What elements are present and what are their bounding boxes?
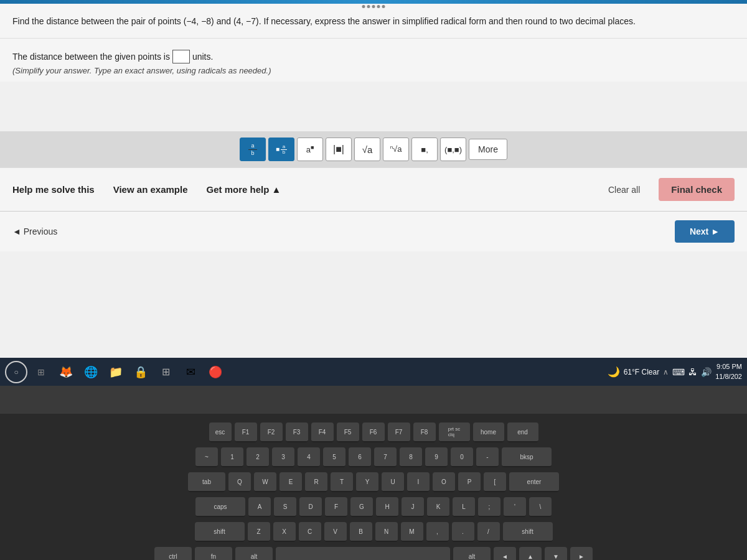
key-6: 6 xyxy=(349,447,371,467)
apps-icon: ⊞ xyxy=(162,366,170,378)
comma-icon: ■, xyxy=(421,145,428,154)
chrome-icon: 🔴 xyxy=(209,365,222,379)
keyboard-area: esc F1 F2 F3 F4 F5 F6 F7 F8 prt scclq ho… xyxy=(0,414,747,560)
taskbar-edge-icon[interactable]: 🌐 xyxy=(80,361,102,383)
key-f6: F6 xyxy=(362,422,385,442)
key-caps: caps xyxy=(195,497,245,517)
taskbar-lock-icon[interactable]: 🔒 xyxy=(129,361,152,383)
taskbar-mail-icon[interactable]: ✉ xyxy=(179,361,202,383)
keyboard-row-6: ctrl fn alt alt ◄ ▲ ▼ ► xyxy=(0,544,747,560)
taskbar-right: 🌙 61°F Clear ∧ ⌨ 🖧 🔊 9:05 PM 11/8/202 xyxy=(608,362,742,381)
key-v: V xyxy=(324,522,347,542)
key-l: L xyxy=(453,497,475,517)
search-icon: ⊞ xyxy=(37,367,45,377)
dot-4 xyxy=(377,5,380,8)
key-u: U xyxy=(382,472,404,492)
key-e: E xyxy=(280,472,302,492)
taskbar-search-icon[interactable]: ⊞ xyxy=(30,361,52,383)
more-btn[interactable]: More xyxy=(469,139,507,160)
time-info: 9:05 PM 11/8/202 xyxy=(715,362,742,381)
key-space xyxy=(276,547,450,560)
key-9: 9 xyxy=(425,447,448,467)
key-7: 7 xyxy=(374,447,397,467)
nth-root-icon: n√a xyxy=(390,144,402,154)
dots-area xyxy=(362,5,385,8)
taskbar-firefox-icon[interactable]: 🦊 xyxy=(55,361,77,383)
interval-btn[interactable]: (■,■) xyxy=(440,138,466,161)
keyboard-row-1: esc F1 F2 F3 F4 F5 F6 F7 F8 prt scclq ho… xyxy=(0,420,747,445)
key-backslash: \ xyxy=(529,497,552,517)
taskbar-apps-icon[interactable]: ⊞ xyxy=(154,361,177,383)
moon-icon: 🌙 xyxy=(608,366,620,378)
key-backspace: bksp xyxy=(502,447,552,467)
key-comma: , xyxy=(426,522,449,542)
math-toolbar: a b ■ a b a■ |■| √a xyxy=(0,131,747,167)
key-t: T xyxy=(331,472,353,492)
main-content: Find the distance between the pair of po… xyxy=(0,0,747,386)
keyboard-row-5: shift Z X C V B N M , . / shift xyxy=(0,520,747,544)
key-end: end xyxy=(507,422,538,442)
clear-all-btn[interactable]: Clear all xyxy=(608,185,640,195)
answer-input-box[interactable] xyxy=(172,50,190,63)
mixed-number-btn[interactable]: ■ a b xyxy=(268,138,294,161)
taskbar-chrome-icon[interactable]: 🔴 xyxy=(204,361,227,383)
key-shift-r: shift xyxy=(503,522,553,542)
nav-bar: ◄ Previous Next ► xyxy=(0,211,747,251)
question-text: Find the distance between the pair of po… xyxy=(12,15,735,28)
key-f7: F7 xyxy=(388,422,410,442)
keyboard-row-4: caps A S D F G H J K L ; ' \ xyxy=(0,495,747,520)
key-home: home xyxy=(473,422,504,442)
sqrt-btn[interactable]: √a xyxy=(354,138,380,161)
comma-notation-btn[interactable]: ■, xyxy=(411,138,438,161)
final-check-btn[interactable]: Final check xyxy=(659,178,735,201)
key-f5: F5 xyxy=(337,422,359,442)
taskbar: ○ ⊞ 🦊 🌐 📁 🔒 ⊞ ✉ 🔴 🌙 61°F Clear ∧ ⌨ 🖧 🔊 9… xyxy=(0,358,747,386)
start-icon: ○ xyxy=(14,368,18,376)
key-b: B xyxy=(350,522,372,542)
key-esc: esc xyxy=(209,422,232,442)
abs-value-btn[interactable]: |■| xyxy=(326,138,352,161)
question-area: Find the distance between the pair of po… xyxy=(0,4,747,39)
date-display: 11/8/202 xyxy=(715,372,742,381)
key-alt-r: alt xyxy=(453,547,491,560)
key-prtsc: prt scclq xyxy=(439,422,470,442)
dot-5 xyxy=(382,5,385,8)
folder-icon: 📁 xyxy=(109,365,123,379)
start-button[interactable]: ○ xyxy=(5,361,27,383)
key-arrow-right: ► xyxy=(570,547,593,560)
key-h: H xyxy=(376,497,398,517)
fraction-icon: a b xyxy=(248,143,257,156)
key-arrow-left: ◄ xyxy=(494,547,516,560)
weather-text: 61°F Clear xyxy=(624,368,660,376)
keyboard-icon: ⌨ xyxy=(672,367,685,377)
key-q: Q xyxy=(228,472,251,492)
key-minus: - xyxy=(476,447,499,467)
mixed-number-icon: ■ a b xyxy=(276,144,287,155)
key-f: F xyxy=(325,497,347,517)
sqrt-icon: √a xyxy=(362,144,373,155)
nth-root-btn[interactable]: n√a xyxy=(383,138,409,161)
simplify-note: (Simplify your answer. Type an exact ans… xyxy=(12,66,735,75)
key-a: A xyxy=(248,497,271,517)
key-j: J xyxy=(402,497,424,517)
edge-icon: 🌐 xyxy=(84,365,98,379)
help-me-solve-link[interactable]: Help me solve this xyxy=(12,184,95,195)
key-fn: fn xyxy=(195,547,232,560)
key-1: 1 xyxy=(221,447,243,467)
key-f8: F8 xyxy=(413,422,436,442)
taskbar-folder-icon[interactable]: 📁 xyxy=(105,361,127,383)
answer-prompt: The distance between the given points is xyxy=(12,52,170,62)
superscript-btn[interactable]: a■ xyxy=(297,138,323,161)
next-btn[interactable]: Next ► xyxy=(675,220,735,243)
fraction-btn[interactable]: a b xyxy=(240,138,266,161)
get-more-help-link[interactable]: Get more help ▲ xyxy=(207,184,281,195)
key-g: G xyxy=(350,497,373,517)
answer-line: The distance between the given points is… xyxy=(12,50,735,63)
key-tab: tab xyxy=(188,472,225,492)
key-3: 3 xyxy=(272,447,294,467)
key-2: 2 xyxy=(247,447,269,467)
previous-btn[interactable]: ◄ Previous xyxy=(12,226,57,236)
view-example-link[interactable]: View an example xyxy=(113,184,188,195)
key-enter: enter xyxy=(509,472,559,492)
key-m: M xyxy=(401,522,423,542)
